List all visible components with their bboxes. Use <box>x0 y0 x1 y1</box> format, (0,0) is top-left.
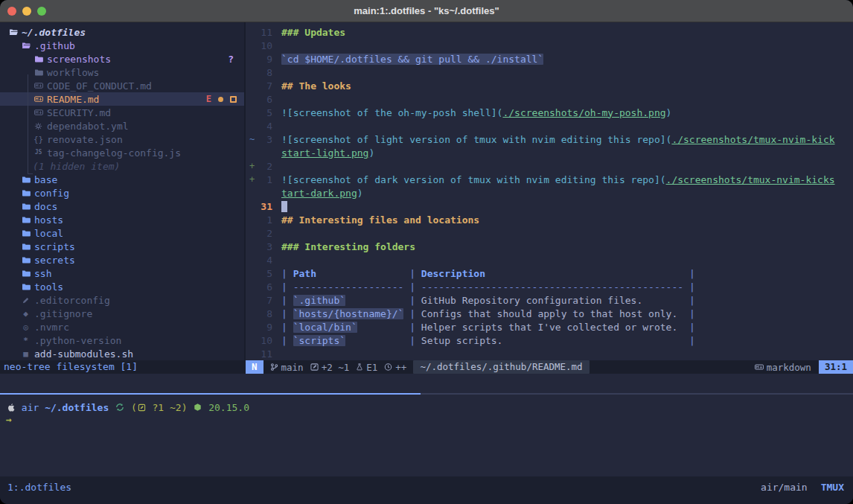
editor-line[interactable]: start-light.png) <box>246 146 853 159</box>
editor-line[interactable]: 11 <box>246 347 853 360</box>
editor-line[interactable]: 4 <box>246 119 853 133</box>
tree-item-tag-changelog-config.js[interactable]: JStag-changelog-config.js <box>0 146 244 159</box>
line-text: start-light.png) <box>272 147 374 159</box>
tmux-window-item[interactable]: 1:.dotfiles <box>7 482 71 493</box>
tree-item-.python-version[interactable]: *.python-version <box>0 334 244 347</box>
tree-item-label: add-submodules.sh <box>34 348 133 360</box>
gitsign-added: + <box>246 161 256 171</box>
flask-icon <box>356 363 363 371</box>
editor-line[interactable]: 8 <box>246 66 853 79</box>
editor-line[interactable]: 6| ------------------- | ---------------… <box>246 280 853 293</box>
tree-item-config[interactable]: config <box>0 186 244 200</box>
clock-icon <box>384 363 392 371</box>
tree-item-security.md[interactable]: SECURITY.md <box>0 106 244 119</box>
editor-line[interactable]: ~3![screenshot of light version of tmux … <box>246 133 853 146</box>
line-number: 10 <box>256 335 272 346</box>
tree-item-tools[interactable]: tools <box>0 280 244 293</box>
tree-item--.dotfiles[interactable]: ~/.dotfiles <box>0 25 244 39</box>
tree-item-code-of-conduct.md[interactable]: CODE_OF_CONDUCT.md <box>0 79 244 92</box>
neotree-sidebar: ~/.dotfiles.githubscreenshots?workflowsC… <box>0 22 246 374</box>
tree-item-label: tools <box>34 281 63 293</box>
editor-line[interactable]: 2 <box>246 226 853 240</box>
tree-item--1-hidden-item-[interactable]: (1 hidden item) <box>0 159 244 173</box>
tree-item-label: screenshots <box>47 54 111 65</box>
editor-line[interactable]: 7| `.github` | GitHub Repository configu… <box>246 293 853 307</box>
editor-line[interactable]: 9`cd $HOME/.dotfiles && git pull && ./in… <box>246 52 853 66</box>
editor-line[interactable]: 3### Interesting folders <box>246 240 853 253</box>
line-number: 9 <box>256 54 272 65</box>
folder-closed-icon <box>20 255 31 264</box>
gear-icon <box>33 122 44 130</box>
editor-line[interactable]: 11### Updates <box>246 25 853 39</box>
tree-item-label: renovate.json <box>47 134 123 145</box>
tree-item-dependabot.yml[interactable]: dependabot.yml <box>0 119 244 133</box>
editor-line[interactable]: 10 <box>246 39 853 52</box>
editor-line[interactable]: 1## Interesting files and locations <box>246 213 853 226</box>
editor-line[interactable]: 5| Path | Description | <box>246 267 853 280</box>
tree-item-label: config <box>34 188 69 199</box>
tmux-session-label: air/main <box>761 482 808 493</box>
gitsign-empty <box>246 281 256 292</box>
shell-pane[interactable]: air ~/.dotfiles ( ?1 ~2) 20.15.0 → <box>0 395 853 476</box>
line-number: 11 <box>256 348 272 360</box>
line-number: 31 <box>256 201 272 212</box>
tree-item-ssh[interactable]: ssh <box>0 267 244 280</box>
tree-item-label: .nvmrc <box>34 322 69 333</box>
editor-line[interactable]: +1![screenshot of dark version of tmux w… <box>246 173 853 186</box>
prompt-arrow[interactable]: → <box>6 414 853 427</box>
editor-line[interactable]: 8| `hosts/{hostname}/` | Configs that sh… <box>246 307 853 320</box>
editor-line[interactable]: 10| `scripts` | Setup scripts. | <box>246 334 853 347</box>
editor-line[interactable]: 9| `local/bin` | Helper scripts that I'v… <box>246 320 853 334</box>
folder-closed-icon <box>33 54 44 63</box>
tree-item-label: .gitignore <box>34 308 92 319</box>
tree-item-add-submodules.sh[interactable]: ■add-submodules.sh <box>0 347 244 360</box>
tree-item-label: scripts <box>34 241 75 252</box>
editor-line[interactable]: tart-dark.png) <box>246 186 853 200</box>
text-buffer[interactable]: 11### Updates 10 9`cd $HOME/.dotfiles &&… <box>246 22 853 360</box>
line-number: 9 <box>256 322 272 333</box>
line-number: 6 <box>256 94 272 105</box>
tree-item-label: CODE_OF_CONDUCT.md <box>47 80 152 92</box>
gitsign-empty <box>246 94 256 104</box>
tree-item-workflows[interactable]: workflows <box>0 66 244 79</box>
editor-line[interactable]: 6 <box>246 92 853 106</box>
gitsign-empty <box>246 107 256 118</box>
shell-prompt: air ~/.dotfiles ( ?1 ~2) 20.15.0 <box>6 401 853 414</box>
file-edit-icon <box>310 363 319 371</box>
tree-item-label: .github <box>34 40 75 51</box>
editor-line[interactable]: 7## The looks <box>246 79 853 92</box>
gitsign-changed: ~ <box>246 134 256 144</box>
gitsign-empty <box>246 348 256 359</box>
tree-item-label: tag-changelog-config.js <box>47 147 181 159</box>
line-number: 3 <box>256 134 272 145</box>
tree-item-.github[interactable]: .github <box>0 39 244 52</box>
tree-item-.nvmrc[interactable]: ◎.nvmrc <box>0 320 244 334</box>
gitsign-empty <box>246 201 256 211</box>
tree-item-hosts[interactable]: hosts <box>0 213 244 226</box>
markdown-icon <box>755 363 764 371</box>
tree-item-renovate.json[interactable]: {}renovate.json <box>0 133 244 146</box>
editor-line[interactable]: 4 <box>246 253 853 267</box>
editor-line[interactable]: +2 <box>246 159 853 173</box>
nvim-pane: ~/.dotfiles.githubscreenshots?workflowsC… <box>0 22 853 374</box>
tree-item-label: SECURITY.md <box>47 107 111 118</box>
tree-item-.editorconfig[interactable]: .editorconfig <box>0 293 244 307</box>
tree-item-secrets[interactable]: secrets <box>0 253 244 267</box>
gitsign-empty <box>246 147 256 158</box>
folder-closed-icon <box>33 68 44 77</box>
tree-item-label: base <box>34 174 57 185</box>
line-number: 5 <box>256 268 272 279</box>
tree-item-local[interactable]: local <box>0 226 244 240</box>
editor-line[interactable]: 5![screenshot of the oh-my-posh shell](.… <box>246 106 853 119</box>
tree-item-scripts[interactable]: scripts <box>0 240 244 253</box>
tree-item-base[interactable]: base <box>0 173 244 186</box>
tree-item-screenshots[interactable]: screenshots? <box>0 52 244 66</box>
tree-item-.gitignore[interactable]: ◆.gitignore <box>0 307 244 320</box>
tree-item-docs[interactable]: docs <box>0 200 244 213</box>
tree-item-label: dependabot.yml <box>47 121 129 132</box>
tree-item-readme.md[interactable]: README.mdE <box>0 92 244 106</box>
line-text: ![screenshot of the oh-my-posh shell](./… <box>272 107 671 118</box>
editor-line[interactable]: 31 <box>246 200 853 213</box>
line-text: tart-dark.png) <box>272 188 363 199</box>
line-number: 7 <box>256 80 272 92</box>
